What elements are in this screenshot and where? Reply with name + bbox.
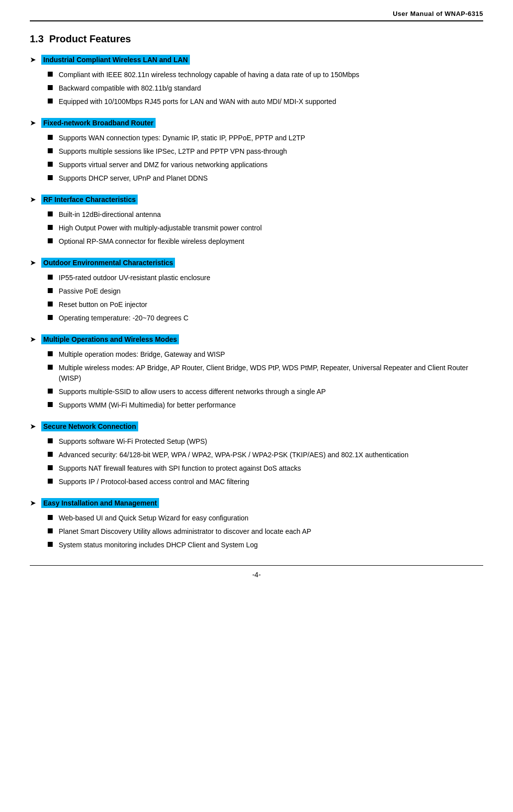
- feature-header-row-rf-interface: ➤RF Interface Characteristics: [30, 195, 483, 204]
- bullet-icon: [48, 99, 53, 103]
- bullet-text: Compliant with IEEE 802.11n wireless tec…: [59, 70, 483, 80]
- arrow-icon-multiple-ops: ➤: [30, 335, 36, 344]
- bullet-list-easy-install: Web-based UI and Quick Setup Wizard for …: [48, 513, 483, 550]
- bullet-text: Reset button on PoE injector: [59, 300, 483, 310]
- bullet-text: Supports NAT firewall features with SPI …: [59, 463, 483, 474]
- bullet-text: Equipped with 10/100Mbps RJ45 ports for …: [59, 97, 483, 107]
- bullet-text: Planet Smart Discovery Utility allows ad…: [59, 526, 483, 537]
- bullet-icon: [48, 438, 53, 443]
- list-item: Supports WAN connection types: Dynamic I…: [48, 133, 483, 143]
- list-item: Compliant with IEEE 802.11n wireless tec…: [48, 70, 483, 80]
- list-item: Multiple operation modes: Bridge, Gatewa…: [48, 349, 483, 360]
- bullet-list-rf-interface: Built-in 12dBi-directional antennaHigh O…: [48, 209, 483, 247]
- bullet-icon: [48, 302, 53, 306]
- page-footer: -4-: [30, 565, 483, 579]
- bullet-text: Advanced security: 64/128-bit WEP, WPA /…: [59, 450, 483, 460]
- bullet-icon: [48, 315, 53, 320]
- list-item: IP55-rated outdoor UV-resistant plastic …: [48, 273, 483, 283]
- bullet-list-multiple-ops: Multiple operation modes: Bridge, Gatewa…: [48, 349, 483, 410]
- feature-header-row-industrial: ➤Industrial Compliant Wireless LAN and L…: [30, 55, 483, 65]
- feature-header-row-multiple-ops: ➤Multiple Operations and Wireless Modes: [30, 334, 483, 344]
- bullet-icon: [48, 175, 53, 180]
- bullet-text: Supports software Wi-Fi Protected Setup …: [59, 436, 483, 447]
- bullet-icon: [48, 135, 53, 140]
- list-item: Supports multiple-SSID to allow users to…: [48, 387, 483, 397]
- arrow-icon-secure-network: ➤: [30, 422, 36, 431]
- header-title: User Manual of WNAP-6315: [393, 10, 483, 17]
- list-item: Built-in 12dBi-directional antenna: [48, 209, 483, 220]
- bullet-icon: [48, 528, 53, 533]
- feature-header-row-secure-network: ➤Secure Network Connection: [30, 421, 483, 431]
- bullet-text: Multiple wireless modes: AP Bridge, AP R…: [59, 363, 483, 384]
- bullet-text: Supports virtual server and DMZ for vari…: [59, 160, 483, 170]
- bullet-icon: [48, 211, 53, 216]
- feature-block-fixed-network: ➤Fixed-network Broadband RouterSupports …: [30, 118, 483, 184]
- bullet-list-fixed-network: Supports WAN connection types: Dynamic I…: [48, 133, 483, 184]
- bullet-icon: [48, 351, 53, 356]
- bullet-icon: [48, 515, 53, 520]
- feature-title-industrial: Industrial Compliant Wireless LAN and LA…: [41, 55, 190, 65]
- feature-header-row-easy-install: ➤Easy Installation and Management: [30, 498, 483, 508]
- bullet-icon: [48, 238, 53, 243]
- arrow-icon-rf-interface: ➤: [30, 195, 36, 204]
- feature-block-easy-install: ➤Easy Installation and ManagementWeb-bas…: [30, 498, 483, 550]
- list-item: Supports virtual server and DMZ for vari…: [48, 160, 483, 170]
- bullet-text: Supports WMM (Wi-Fi Multimedia) for bett…: [59, 400, 483, 410]
- list-item: Backward compatible with 802.11b/g stand…: [48, 83, 483, 94]
- bullet-text: Built-in 12dBi-directional antenna: [59, 209, 483, 220]
- bullet-icon: [48, 402, 53, 407]
- bullet-text: Supports multiple sessions like IPSec, L…: [59, 146, 483, 157]
- list-item: Multiple wireless modes: AP Bridge, AP R…: [48, 363, 483, 384]
- page-header: User Manual of WNAP-6315: [30, 10, 483, 21]
- feature-header-row-outdoor: ➤Outdoor Environmental Characteristics: [30, 258, 483, 268]
- bullet-text: Supports IP / Protocol-based access cont…: [59, 477, 483, 487]
- list-item: Supports multiple sessions like IPSec, L…: [48, 146, 483, 157]
- list-item: Operating temperature: -20~70 degrees C: [48, 313, 483, 323]
- bullet-icon: [48, 275, 53, 280]
- bullet-text: Multiple operation modes: Bridge, Gatewa…: [59, 349, 483, 360]
- list-item: Optional RP-SMA connector for flexible w…: [48, 236, 483, 247]
- bullet-icon: [48, 225, 53, 230]
- bullet-icon: [48, 389, 53, 394]
- list-item: Supports DHCP server, UPnP and Planet DD…: [48, 173, 483, 184]
- feature-block-multiple-ops: ➤Multiple Operations and Wireless ModesM…: [30, 334, 483, 410]
- bullet-text: Passive PoE design: [59, 286, 483, 297]
- bullet-list-industrial: Compliant with IEEE 802.11n wireless tec…: [48, 70, 483, 107]
- section-number: 1.3: [30, 33, 44, 44]
- section-title: 1.3 Product Features: [30, 33, 483, 45]
- bullet-icon: [48, 148, 53, 153]
- bullet-icon: [48, 465, 53, 470]
- bullet-icon: [48, 85, 53, 90]
- list-item: High Output Power with multiply-adjustab…: [48, 223, 483, 233]
- feature-title-rf-interface: RF Interface Characteristics: [41, 195, 138, 204]
- list-item: Advanced security: 64/128-bit WEP, WPA /…: [48, 450, 483, 460]
- feature-title-secure-network: Secure Network Connection: [41, 421, 138, 431]
- bullet-icon: [48, 452, 53, 457]
- list-item: Planet Smart Discovery Utility allows ad…: [48, 526, 483, 537]
- page-number: -4-: [252, 571, 260, 579]
- bullet-text: Supports WAN connection types: Dynamic I…: [59, 133, 483, 143]
- feature-title-multiple-ops: Multiple Operations and Wireless Modes: [41, 334, 179, 344]
- feature-title-easy-install: Easy Installation and Management: [41, 498, 159, 508]
- list-item: Web-based UI and Quick Setup Wizard for …: [48, 513, 483, 523]
- bullet-icon: [48, 288, 53, 293]
- arrow-icon-industrial: ➤: [30, 55, 36, 64]
- bullet-text: Operating temperature: -20~70 degrees C: [59, 313, 483, 323]
- feature-header-row-fixed-network: ➤Fixed-network Broadband Router: [30, 118, 483, 128]
- feature-block-outdoor: ➤Outdoor Environmental CharacteristicsIP…: [30, 258, 483, 323]
- feature-title-fixed-network: Fixed-network Broadband Router: [41, 118, 156, 128]
- bullet-text: IP55-rated outdoor UV-resistant plastic …: [59, 273, 483, 283]
- feature-title-outdoor: Outdoor Environmental Characteristics: [41, 258, 175, 268]
- bullet-icon: [48, 365, 53, 370]
- arrow-icon-easy-install: ➤: [30, 499, 36, 508]
- bullet-text: High Output Power with multiply-adjustab…: [59, 223, 483, 233]
- arrow-icon-outdoor: ➤: [30, 258, 36, 267]
- list-item: Equipped with 10/100Mbps RJ45 ports for …: [48, 97, 483, 107]
- bullet-text: Backward compatible with 802.11b/g stand…: [59, 83, 483, 94]
- bullet-icon: [48, 162, 53, 167]
- feature-block-industrial: ➤Industrial Compliant Wireless LAN and L…: [30, 55, 483, 107]
- bullet-icon: [48, 479, 53, 484]
- bullet-text: Supports DHCP server, UPnP and Planet DD…: [59, 173, 483, 184]
- list-item: System status monitoring includes DHCP C…: [48, 540, 483, 550]
- bullet-text: System status monitoring includes DHCP C…: [59, 540, 483, 550]
